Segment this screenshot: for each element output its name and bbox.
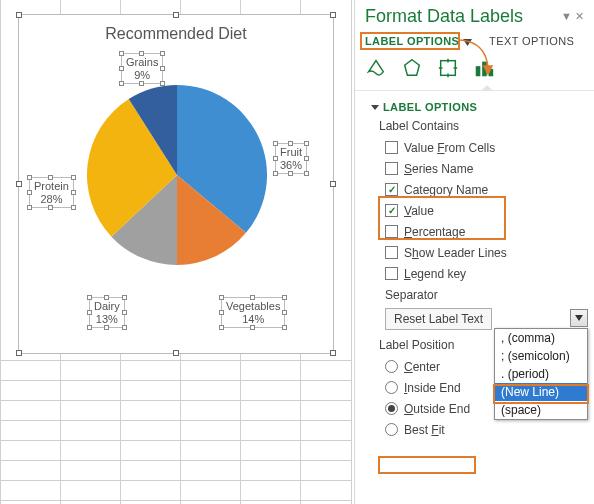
- svg-marker-1: [405, 60, 420, 76]
- checkbox-series-name[interactable]: Series Name: [355, 158, 594, 179]
- separator-option-semicolon[interactable]: ; (semicolon): [495, 347, 587, 365]
- label-options-section[interactable]: LABEL OPTIONS: [355, 95, 594, 117]
- label-val: 36%: [280, 159, 302, 171]
- checkbox-percentage[interactable]: Percentage: [355, 221, 594, 242]
- label-val: 14%: [242, 313, 264, 325]
- separator-option-period[interactable]: . (period): [495, 365, 587, 383]
- size-properties-icon[interactable]: [437, 57, 459, 82]
- separator-label: Separator: [355, 284, 594, 304]
- tab-text-options[interactable]: TEXT OPTIONS: [487, 33, 576, 49]
- label-val: 28%: [40, 193, 62, 205]
- label-val: 9%: [134, 69, 150, 81]
- separator-option-comma[interactable]: , (comma): [495, 329, 587, 347]
- label-contains-heading: Label Contains: [355, 117, 594, 137]
- checkbox-category-name[interactable]: Category Name: [355, 179, 594, 200]
- reset-label-text-button[interactable]: Reset Label Text: [385, 308, 492, 330]
- svg-rect-2: [441, 61, 456, 76]
- label-cat: Fruit: [280, 146, 302, 158]
- separator-option-space[interactable]: (space): [495, 401, 587, 419]
- data-label-protein[interactable]: Protein 28%: [29, 177, 74, 208]
- label-cat: Vegetables: [226, 300, 280, 312]
- data-label-fruit[interactable]: Fruit 36%: [275, 143, 307, 174]
- data-label-dairy[interactable]: Dairy 13%: [89, 297, 125, 328]
- label-cat: Grains: [126, 56, 158, 68]
- svg-marker-11: [484, 66, 492, 74]
- checkbox-value[interactable]: Value: [355, 200, 594, 221]
- checkbox-legend-key[interactable]: Legend key: [355, 263, 594, 284]
- panel-close-icon[interactable]: ▼ ✕: [561, 10, 584, 23]
- separator-dropdown[interactable]: , (comma) ; (semicolon) . (period) (New …: [494, 328, 588, 420]
- label-val: 13%: [96, 313, 118, 325]
- separator-option-newline[interactable]: (New Line): [495, 383, 587, 401]
- checkbox-show-leader-lines[interactable]: Show Leader Lines: [355, 242, 594, 263]
- data-label-vegetables[interactable]: Vegetables 14%: [221, 297, 285, 328]
- radio-best-fit[interactable]: Best Fit: [355, 419, 594, 440]
- annotation-arrow: [458, 38, 498, 78]
- data-label-grains[interactable]: Grains 9%: [121, 53, 163, 84]
- label-cat: Dairy: [94, 300, 120, 312]
- panel-title: Format Data Labels: [365, 6, 561, 27]
- label-cat: Protein: [34, 180, 69, 192]
- separator-dropdown-button[interactable]: [570, 309, 588, 327]
- checkbox-value-from-cells[interactable]: Value From Cells: [355, 137, 594, 158]
- pie-plot: [87, 85, 267, 265]
- fill-line-icon[interactable]: [365, 57, 387, 82]
- chart-title[interactable]: Recommended Diet: [19, 25, 333, 43]
- effects-icon[interactable]: [401, 57, 423, 82]
- svg-marker-10: [575, 315, 583, 321]
- worksheet-area: Recommended Diet Fruit 36% Vegetables 14…: [0, 0, 352, 504]
- pie-chart[interactable]: Recommended Diet Fruit 36% Vegetables 14…: [18, 14, 334, 354]
